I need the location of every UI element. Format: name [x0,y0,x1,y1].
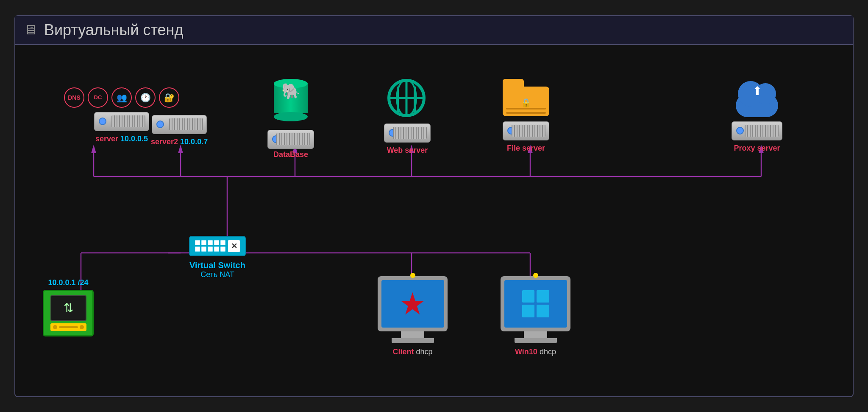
client-node: ★ Client dhcp [378,276,448,356]
dc-icon: DC [88,87,108,108]
proxyserver-label: Proxy server [734,144,780,153]
header: 🖥 Виртуальный стенд [15,16,853,45]
switch-ports [195,240,225,252]
lock-icon: 🔒 [521,98,531,108]
server1-label: server 10.0.0.5 [95,135,148,143]
server1-device [94,112,149,131]
client-dot [410,273,415,278]
gateway-address: 10.0.0.1 /24 [48,278,88,287]
fileserver-label: File server [507,144,545,153]
elephant-icon: 🐘 [281,82,300,100]
clock-icon: 🕐 [135,87,156,108]
virtual-switch-node: ✕ Virtual Switch Сеть NAT [189,236,246,279]
db-visual: 🐘 [272,79,310,126]
win10-node: Win10 dhcp [501,276,570,356]
server2-device [152,115,207,134]
win10-monitor [501,276,570,343]
arrows-icon: ⇅ [64,301,73,315]
header-icon: 🖥 [24,22,37,38]
client-label: Client dhcp [392,348,432,356]
diagram-container: 🖥 Виртуальный стенд [14,15,854,397]
proxyserver-device [732,121,782,140]
diagram-area: DNS DC 👥 🕐 🔐 server 10.0.0.5 server2 10.… [15,45,853,395]
server2-node: server2 10.0.0.7 [151,115,208,146]
proxyserver-node: ⬆ Proxy server [732,79,782,153]
windows-logo [522,290,549,317]
fileserver-node: 🔒 File server [503,79,549,153]
client-monitor: ★ [378,276,448,343]
win10-label: Win10 dhcp [515,348,556,356]
gateway-node: 10.0.0.1 /24 ⇅ [43,278,94,336]
server1-icons: DNS DC 👥 🕐 🔐 [64,87,179,108]
win10-dot [533,273,538,278]
fileserver-device [503,121,549,140]
svg-marker-2 [91,145,96,153]
globe-visual [387,79,428,119]
header-title: Виртуальный стенд [44,21,183,39]
virtual-switch-device: ✕ [189,236,246,256]
database-node: 🐘 DataBase [267,79,314,159]
switch-x-icon: ✕ [228,240,240,252]
upload-arrow-icon: ⬆ [752,84,762,98]
webserver-label: Web server [387,146,428,155]
server2-label: server2 10.0.0.7 [151,137,208,146]
phys-machine-device: ⇅ [43,290,94,336]
webserver-node: Web server [384,79,431,155]
folder-visual: 🔒 [503,79,549,117]
dns-icon: DNS [64,87,84,108]
webserver-device [384,123,431,143]
cert-icon: 🔐 [159,87,179,108]
db-label: DataBase [273,150,308,159]
cloud-visual: ⬆ [732,79,782,117]
virtual-switch-label: Virtual Switch Сеть NAT [189,261,245,279]
db-server-device [267,130,314,147]
users-icon: 👥 [111,87,132,108]
star-icon: ★ [399,289,426,319]
